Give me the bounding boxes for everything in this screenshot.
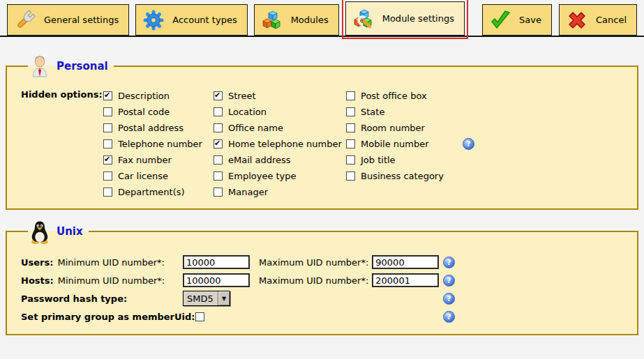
cancel-button[interactable]: Cancel: [559, 4, 637, 36]
option-office-name[interactable]: Office name: [214, 123, 346, 133]
users-uid-row: Users:Minimum UID number*: Maximum UID n…: [21, 253, 623, 271]
personal-legend-label: Personal: [57, 60, 108, 72]
general-settings-button[interactable]: General settings: [7, 4, 129, 36]
cubes-wrench-icon: [352, 8, 375, 30]
hosts-uid-row: Hosts:Minimum UID number*: Maximum UID n…: [21, 271, 623, 289]
password-hash-row: Password hash type: SMD5 ▼ ?: [21, 289, 623, 307]
option-job-title-checkbox[interactable]: [346, 155, 355, 165]
account-types-label: Account types: [172, 15, 237, 25]
option-state[interactable]: State: [346, 107, 486, 117]
option-departments-checkbox[interactable]: [103, 188, 112, 197]
option-postal-address[interactable]: Postal address: [103, 123, 214, 133]
module-settings-label: Module settings: [382, 13, 454, 24]
chevron-down-icon[interactable]: ▼: [218, 291, 230, 305]
users-min-uid-label: Minimum UID number*:: [57, 257, 165, 268]
personal-legend: Personal: [28, 54, 114, 78]
option-description[interactable]: Description: [103, 91, 214, 101]
tux-penguin-icon: [29, 220, 50, 243]
option-street-checkbox[interactable]: [214, 91, 223, 100]
option-room-number-checkbox[interactable]: [346, 123, 355, 132]
option-car-license-checkbox[interactable]: [103, 171, 112, 181]
option-description-checkbox[interactable]: [103, 91, 112, 100]
option-fax-number[interactable]: Fax number: [103, 155, 214, 165]
option-post-office-box[interactable]: Post office box: [346, 91, 486, 101]
option-mobile-number-checkbox[interactable]: [346, 139, 355, 148]
option-location-checkbox[interactable]: [214, 107, 223, 116]
wrench-icon: [14, 9, 36, 31]
option-business-category[interactable]: Business category: [346, 171, 486, 181]
member-uid-help-icon[interactable]: ?: [443, 311, 455, 323]
option-email-address[interactable]: eMail address: [214, 155, 346, 165]
option-business-category-checkbox[interactable]: [346, 171, 355, 181]
option-location[interactable]: Location: [214, 107, 346, 117]
toolbar: General settings Account types: [0, 0, 644, 37]
cubes-icon: [261, 9, 283, 31]
users-max-uid-input[interactable]: [372, 255, 439, 269]
gear-icon: [142, 9, 165, 31]
option-telephone-number[interactable]: Telephone number: [103, 139, 214, 149]
users-row-label: Users:: [21, 257, 53, 268]
option-street[interactable]: Street: [214, 91, 346, 101]
option-post-office-box-checkbox[interactable]: [346, 91, 355, 100]
hosts-uid-help-icon[interactable]: ?: [443, 275, 455, 287]
hosts-min-uid-label: Minimum UID number*:: [58, 275, 165, 286]
save-button[interactable]: Save: [482, 4, 552, 36]
person-icon: [29, 54, 50, 78]
option-employee-type[interactable]: Employee type: [214, 171, 346, 181]
option-office-name-checkbox[interactable]: [214, 123, 223, 132]
cancel-label: Cancel: [596, 15, 627, 25]
users-min-uid-input[interactable]: [183, 255, 250, 269]
password-hash-selected-value: SMD5: [184, 291, 218, 305]
option-employee-type-checkbox[interactable]: [214, 171, 223, 181]
hidden-options-row: Hidden options: Description Street Post …: [21, 88, 623, 200]
option-home-telephone-number-checkbox[interactable]: [214, 139, 223, 148]
option-postal-code[interactable]: Postal code: [103, 107, 214, 117]
option-manager-checkbox[interactable]: [214, 188, 223, 197]
check-icon: [489, 9, 511, 31]
option-room-number[interactable]: Room number: [346, 123, 486, 133]
hosts-max-uid-input[interactable]: [372, 273, 439, 287]
member-uid-checkbox[interactable]: [195, 312, 204, 321]
unix-legend: Unix: [28, 220, 89, 243]
general-settings-label: General settings: [44, 15, 119, 25]
hosts-min-uid-input[interactable]: [183, 273, 250, 287]
users-uid-help-icon[interactable]: ?: [443, 257, 455, 268]
option-home-telephone-number[interactable]: Home telephone number: [214, 139, 346, 149]
unix-section: Unix Users:Minimum UID number*: Maximum …: [6, 220, 638, 335]
password-hash-label: Password hash type:: [21, 293, 183, 304]
option-fax-number-checkbox[interactable]: [103, 155, 112, 165]
option-postal-address-checkbox[interactable]: [103, 123, 112, 132]
unix-legend-label: Unix: [57, 225, 83, 238]
password-hash-help-icon[interactable]: ?: [443, 293, 455, 305]
hosts-row-label: Hosts:: [21, 275, 54, 286]
personal-section: Personal Hidden options: Description Str…: [6, 54, 638, 210]
module-settings-button[interactable]: Module settings: [345, 1, 465, 36]
option-email-address-checkbox[interactable]: [214, 155, 223, 165]
save-label: Save: [519, 15, 541, 25]
option-job-title[interactable]: Job title: [346, 155, 486, 165]
password-hash-select[interactable]: SMD5 ▼: [183, 291, 230, 306]
option-manager[interactable]: Manager: [214, 187, 346, 197]
account-types-button[interactable]: Account types: [135, 4, 247, 36]
option-departments[interactable]: Department(s): [103, 187, 214, 197]
cross-icon: [566, 9, 588, 31]
member-uid-label: Set primary group as memberUid:: [21, 312, 195, 322]
option-postal-code-checkbox[interactable]: [103, 107, 112, 116]
module-settings-page: General settings Account types: [0, 0, 644, 335]
modules-label: Modules: [291, 15, 329, 25]
users-max-uid-label: Maximum UID number*:: [259, 257, 368, 268]
hosts-max-uid-label: Maximum UID number*:: [259, 275, 368, 286]
mobile-number-help-icon[interactable]: ?: [463, 138, 474, 150]
modules-button[interactable]: Modules: [254, 4, 339, 36]
option-car-license[interactable]: Car license: [103, 171, 214, 181]
hidden-options-grid: Description Street Post office box Posta…: [103, 88, 486, 200]
member-uid-row: Set primary group as memberUid: ?: [21, 307, 623, 326]
option-state-checkbox[interactable]: [346, 107, 355, 116]
hidden-options-label: Hidden options:: [21, 88, 103, 200]
option-telephone-number-checkbox[interactable]: [103, 139, 112, 148]
